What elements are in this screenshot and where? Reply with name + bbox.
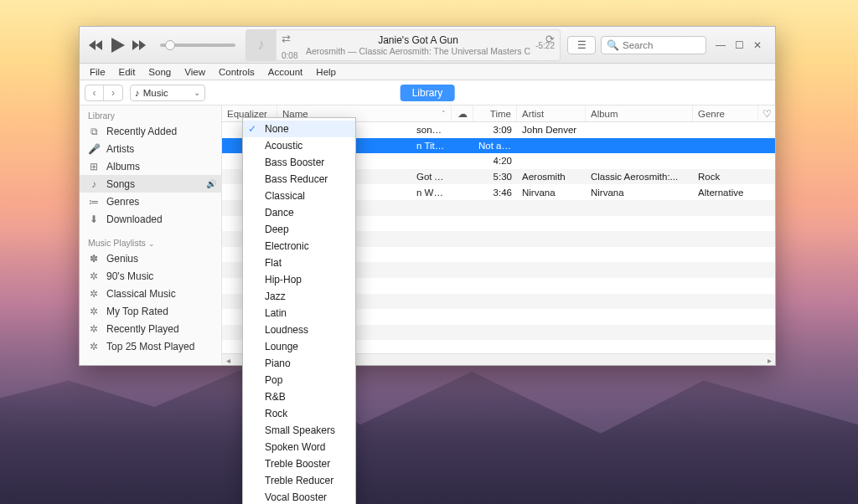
column-genre[interactable]: Genre	[693, 105, 758, 121]
more-icon[interactable]: •••	[441, 125, 452, 135]
sidebar-playlist-my-top-rated[interactable]: ✲My Top Rated	[80, 302, 221, 320]
sidebar-playlist-recently-played[interactable]: ✲Recently Played	[80, 320, 221, 337]
sidebar-playlist-top-25-most-played[interactable]: ✲Top 25 Most Played	[80, 337, 221, 355]
shuffle-icon[interactable]: ⇄	[282, 33, 291, 45]
itunes-window: ♪ ⇄ 0:08 Janie's Got A Gun Aerosmith — C…	[79, 26, 776, 366]
menu-account[interactable]: Account	[261, 65, 310, 79]
equalizer-menu[interactable]: ✓NoneAcousticBass BoosterBass ReducerCla…	[242, 117, 356, 504]
equalizer-option-bass-booster[interactable]: Bass Booster	[243, 154, 355, 171]
sidebar-item-songs[interactable]: ♪Songs🔊	[80, 175, 221, 193]
sidebar-icon: ≔	[88, 196, 100, 208]
playlist-icon: ✲	[88, 323, 100, 335]
close-button[interactable]: ✕	[752, 39, 763, 51]
equalizer-option-treble-booster[interactable]: Treble Booster	[243, 455, 355, 472]
equalizer-option-pop[interactable]: Pop	[243, 372, 355, 388]
sort-asc-icon: ˄	[442, 110, 446, 118]
cell-artist: John Denver	[517, 125, 586, 135]
sidebar-icon: 🎤	[88, 143, 100, 155]
search-field[interactable]: 🔍	[601, 36, 706, 54]
playlist-icon: ✲	[88, 341, 100, 352]
cell-artist: Nirvana	[517, 188, 586, 198]
now-playing-indicator-icon: 🔊	[206, 179, 216, 188]
search-icon: 🔍	[607, 39, 619, 51]
list-view-button[interactable]: ☰	[567, 36, 596, 54]
menu-view[interactable]: View	[178, 65, 212, 79]
equalizer-option-hip-hop[interactable]: Hip-Hop	[243, 271, 355, 288]
maximize-button[interactable]: ☐	[733, 39, 745, 51]
volume-slider[interactable]	[160, 44, 235, 47]
column-artist[interactable]: Artist	[517, 105, 586, 121]
menu-edit[interactable]: Edit	[112, 65, 142, 79]
window-body: Library ⧉Recently Added🎤Artists⊞Albums♪S…	[80, 105, 775, 365]
menu-help[interactable]: Help	[309, 65, 343, 79]
equalizer-option-treble-reducer[interactable]: Treble Reducer	[243, 472, 355, 489]
sidebar-header-playlists: Music Playlists ⌄	[80, 234, 221, 249]
playlist-icon: ✲	[88, 288, 100, 300]
equalizer-option-loudness[interactable]: Loudness	[243, 321, 355, 338]
equalizer-option-r-b[interactable]: R&B	[243, 388, 355, 405]
sidebar-playlist-classical-music[interactable]: ✲Classical Music	[80, 285, 221, 302]
check-icon: ✓	[248, 123, 256, 135]
sidebar-header-library: Library	[80, 107, 221, 122]
music-icon: ♪	[135, 88, 140, 98]
cell-time: Not av...	[473, 141, 517, 151]
equalizer-option-deep[interactable]: Deep	[243, 221, 355, 238]
sidebar-item-recently-added[interactable]: ⧉Recently Added	[80, 122, 221, 140]
equalizer-option-flat[interactable]: Flat	[243, 255, 355, 271]
equalizer-option-small-speakers[interactable]: Small Speakers	[243, 422, 355, 439]
equalizer-option-lounge[interactable]: Lounge	[243, 338, 355, 355]
column-love[interactable]: ♡	[758, 105, 775, 121]
equalizer-option-dance[interactable]: Dance	[243, 204, 355, 221]
sidebar-playlist-genius[interactable]: ✽Genius	[80, 249, 221, 267]
play-button[interactable]	[110, 37, 127, 54]
nav-back-forward: ‹ ›	[85, 85, 123, 101]
equalizer-option-latin[interactable]: Latin	[243, 305, 355, 321]
menu-bar: FileEditSongViewControlsAccountHelp	[80, 64, 775, 80]
sidebar-item-albums[interactable]: ⊞Albums	[80, 157, 221, 175]
media-type-label: Music	[143, 88, 168, 98]
library-tab[interactable]: Library	[401, 85, 455, 101]
scroll-left-icon[interactable]: ◂	[222, 354, 234, 365]
cell-genre: Rock	[693, 172, 758, 182]
equalizer-option-acoustic[interactable]: Acoustic	[243, 137, 355, 154]
equalizer-option-rock[interactable]: Rock	[243, 405, 355, 422]
player-toolbar: ♪ ⇄ 0:08 Janie's Got A Gun Aerosmith — C…	[80, 27, 775, 64]
equalizer-option-bass-reducer[interactable]: Bass Reducer	[243, 171, 355, 188]
column-cloud[interactable]: ☁	[452, 105, 473, 121]
media-type-selector[interactable]: ♪ Music ⌄	[130, 85, 205, 101]
column-album[interactable]: Album	[586, 105, 693, 121]
sidebar-item-downloaded[interactable]: ⬇Downloaded	[80, 210, 221, 228]
sidebar-item-genres[interactable]: ≔Genres	[80, 193, 221, 210]
equalizer-option-classical[interactable]: Classical	[243, 188, 355, 204]
equalizer-option-piano[interactable]: Piano	[243, 355, 355, 372]
equalizer-option-electronic[interactable]: Electronic	[243, 238, 355, 255]
minimize-button[interactable]: —	[715, 39, 726, 51]
album-art-icon: ♪	[246, 30, 277, 60]
nav-back-button[interactable]: ‹	[85, 85, 104, 100]
menu-song[interactable]: Song	[142, 65, 178, 79]
next-track-button[interactable]	[132, 37, 148, 54]
playlist-icon: ✽	[88, 253, 100, 265]
previous-track-button[interactable]	[88, 37, 105, 54]
sidebar-icon: ⧉	[88, 126, 100, 137]
scroll-right-icon[interactable]: ▸	[763, 354, 775, 365]
sidebar-icon: ⬇	[88, 213, 100, 225]
sidebar-icon: ♪	[88, 178, 100, 190]
sidebar-playlist-90-s-music[interactable]: ✲90's Music	[80, 267, 221, 285]
now-playing-display[interactable]: ♪ ⇄ 0:08 Janie's Got A Gun Aerosmith — C…	[246, 29, 561, 61]
menu-controls[interactable]: Controls	[212, 65, 261, 79]
column-time[interactable]: Time	[473, 105, 517, 121]
cloud-icon: ☁	[457, 108, 468, 120]
cell-time: 5:30	[473, 172, 517, 182]
cell-time: 4:20	[473, 156, 517, 166]
equalizer-option-jazz[interactable]: Jazz	[243, 288, 355, 305]
sidebar-item-artists[interactable]: 🎤Artists	[80, 140, 221, 157]
nav-forward-button[interactable]: ›	[104, 85, 122, 100]
equalizer-option-vocal-booster[interactable]: Vocal Booster	[243, 489, 355, 504]
cell-time: 3:09	[473, 125, 517, 135]
now-playing-subtitle: Aerosmith — Classic Aerosmith: The Unive…	[282, 46, 555, 56]
menu-file[interactable]: File	[83, 65, 112, 79]
equalizer-option-none[interactable]: ✓None	[243, 121, 355, 137]
equalizer-option-spoken-word[interactable]: Spoken Word	[243, 439, 355, 455]
playlist-icon: ✲	[88, 306, 100, 317]
